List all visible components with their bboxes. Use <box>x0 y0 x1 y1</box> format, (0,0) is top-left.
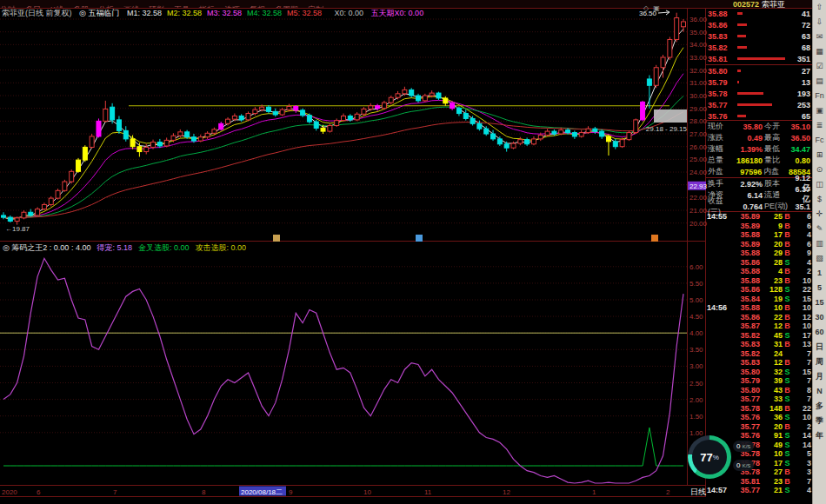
tick-row: 35.8245S17 <box>706 331 812 341</box>
candle <box>63 182 67 190</box>
study-label[interactable]: ◎ 五福临门 <box>79 9 119 17</box>
check-icon[interactable]: ☑ <box>813 59 826 74</box>
period-季[interactable]: 季 <box>813 414 826 428</box>
period-1[interactable]: 1 <box>813 266 826 281</box>
candle <box>90 136 94 147</box>
period-N[interactable]: N <box>813 384 826 399</box>
x-axis-label: 10 <box>363 488 371 496</box>
ma-value: M2: 32.58 <box>167 9 202 17</box>
orderbook-row[interactable]: 35.81351 <box>706 53 812 64</box>
candle <box>273 111 277 115</box>
orderbook-price: 35.82 <box>708 43 736 52</box>
gap-box <box>654 109 687 123</box>
quote-field: 34.47 <box>789 145 810 154</box>
report-icon[interactable]: ▥ <box>813 236 826 251</box>
orderbook-price: 35.77 <box>708 101 736 109</box>
orderbook-row[interactable]: 35.8027 <box>706 65 812 76</box>
main-y-label: 33.00 <box>689 54 708 62</box>
orderbook-row[interactable]: 35.7913 <box>706 76 812 88</box>
candle <box>164 140 169 146</box>
candle <box>110 107 115 120</box>
quote-field: 外盘 <box>708 166 732 177</box>
candle <box>97 121 101 136</box>
ma-value: M4: 32.58 <box>247 9 282 17</box>
event-badge-2[interactable] <box>416 235 423 242</box>
candle <box>376 106 380 109</box>
period-label[interactable]: 日线 <box>690 487 706 498</box>
candle <box>423 96 427 101</box>
maximize-icon[interactable]: ▣ <box>653 4 660 12</box>
money-icon[interactable]: $ <box>813 192 826 207</box>
order-book: 35.884135.867235.836335.826835.81351 35.… <box>706 8 812 121</box>
period-周[interactable]: 周 <box>813 355 826 369</box>
candle <box>606 136 610 142</box>
main-y-label: 29.00 <box>689 105 708 113</box>
main-y-label: 25.00 <box>689 156 708 163</box>
tick-row: 14:5735.7721S4 <box>706 486 812 495</box>
main-chart[interactable]: 36.0035.0034.0033.0032.0031.0030.0029.00… <box>0 0 826 504</box>
orderbook-row[interactable]: 35.8363 <box>706 30 812 42</box>
period-15[interactable]: 15 <box>813 295 826 310</box>
candle <box>600 131 604 136</box>
stock-identity[interactable]: 002572索菲亚 <box>733 0 785 9</box>
network-monitor-widget[interactable]: 77% <box>688 435 731 479</box>
diamond-icon[interactable]: ◇ <box>643 4 649 12</box>
candle <box>579 133 583 136</box>
event-badge-3[interactable] <box>651 235 658 242</box>
grid-icon[interactable]: ▦ <box>813 44 826 59</box>
x0-extra-value: 五天期X0: 0.00 <box>371 9 424 17</box>
candle <box>593 129 597 131</box>
main-y-label: 26.00 <box>689 143 708 151</box>
candle <box>328 125 332 131</box>
event-badge-1[interactable] <box>273 235 280 242</box>
period-5[interactable]: 5 <box>813 281 826 295</box>
target-icon[interactable]: ⊙ <box>813 162 826 177</box>
orderbook-row[interactable]: 35.78193 <box>706 88 812 99</box>
quote-list-icon[interactable]: ▤ <box>813 74 826 89</box>
orderbook-row[interactable]: 35.8268 <box>706 42 812 53</box>
candle <box>314 122 318 128</box>
period-日[interactable]: 日 <box>813 340 826 355</box>
add-window-icon[interactable]: ⊞ <box>813 148 826 162</box>
up-arrow-icon[interactable]: ⇧ <box>813 0 826 15</box>
indicator-header-segment: ◎ 筹码之王2 : 0.00 : 4.00 <box>3 243 90 252</box>
indicator-header[interactable]: ◎ 筹码之王2 : 0.00 : 4.00得宠: 5.18金叉选股: 0.00攻… <box>3 243 252 252</box>
layout-icon[interactable]: ◫ <box>813 177 826 192</box>
quote-field: 186180 <box>732 156 763 165</box>
quote-field: 6.14 <box>732 191 763 200</box>
indicator-y-label: 2.00 <box>689 396 703 404</box>
right-toolbar: ⇧⇩✉▦☑▤Fn▣≣Fc⊞⊙◫$✛✎▥▧15153060日周月N多季年 <box>812 0 826 504</box>
orderbook-row[interactable]: 35.77253 <box>706 99 812 110</box>
candle <box>396 94 400 97</box>
orderbook-row[interactable]: 35.8841 <box>706 8 812 19</box>
panel-icon[interactable]: ▣ <box>813 103 826 118</box>
list-icon[interactable]: ≣ <box>813 118 826 133</box>
quote-field: 总量 <box>708 155 732 166</box>
orderbook-row[interactable]: 35.8672 <box>706 19 812 30</box>
formula-icon[interactable]: Fc <box>813 133 826 148</box>
candle <box>185 132 190 137</box>
function-icon[interactable]: Fn <box>813 89 826 103</box>
candle <box>205 133 210 136</box>
orderbook-price: 35.86 <box>708 21 736 30</box>
mail-icon[interactable]: ✉ <box>813 30 826 44</box>
draw-icon[interactable]: ✎ <box>813 222 826 236</box>
period-30[interactable]: 30 <box>813 310 826 325</box>
main-y-label: 21.00 <box>689 207 708 215</box>
fill-icon[interactable]: ▧ <box>813 251 826 266</box>
indicator-y-label: 5.00 <box>689 296 703 304</box>
quote-field: 量比 <box>764 155 789 166</box>
period-月[interactable]: 月 <box>813 369 826 384</box>
period-年[interactable]: 年 <box>813 428 826 443</box>
cross-cursor-icon[interactable]: ✛ <box>813 207 826 222</box>
down-arrow-icon[interactable]: ⇩ <box>813 15 826 30</box>
candle <box>253 109 257 113</box>
period-多[interactable]: 多 <box>813 399 826 414</box>
quote-info-row: 收益(三)0.764PE(动)35.1 <box>706 201 812 212</box>
candle <box>77 160 81 171</box>
period-60[interactable]: 60 <box>813 325 826 340</box>
tick-row: 35.8920B6 <box>706 240 812 249</box>
orderbook-qty: 253 <box>788 101 810 109</box>
percent-unit: % <box>713 454 719 461</box>
quote-field: 涨幅 <box>708 143 732 155</box>
